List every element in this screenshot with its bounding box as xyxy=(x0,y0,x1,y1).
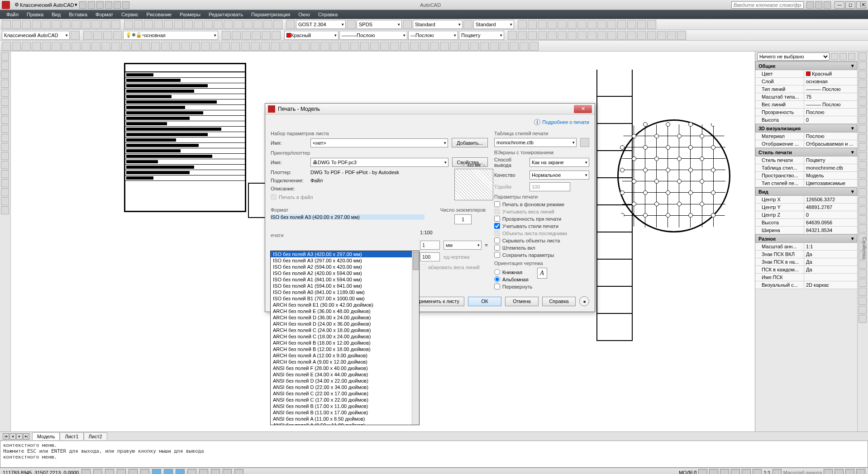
vright-28-icon[interactable] xyxy=(858,306,867,314)
qat-save-icon[interactable] xyxy=(96,1,104,9)
vright-1-icon[interactable] xyxy=(858,62,867,70)
draw-tool-42-icon[interactable] xyxy=(420,42,429,51)
printer-combo[interactable]: 🖶 DWG To PDF.pc3 xyxy=(310,158,448,167)
select-objects-icon[interactable] xyxy=(848,53,855,60)
prop-row[interactable]: Стиль печатиПоцвету xyxy=(755,156,857,164)
dim-tool-3-icon[interactable] xyxy=(548,20,557,29)
std-tool-8-icon[interactable] xyxy=(204,20,213,29)
vdraw-15-icon[interactable] xyxy=(1,188,9,196)
status-toggle-6[interactable] xyxy=(152,469,161,474)
status-end-3-icon[interactable] xyxy=(856,469,865,474)
orient-portrait-radio[interactable]: Книжная xyxy=(494,269,533,275)
modify-tool-2-icon[interactable] xyxy=(528,31,537,40)
unit-1-input[interactable] xyxy=(420,241,440,250)
layout-tab-Модель[interactable]: Модель xyxy=(32,432,60,440)
spds-icon[interactable] xyxy=(347,20,356,29)
std-tool-2-icon[interactable] xyxy=(144,20,153,29)
draw-tool-8-icon[interactable] xyxy=(81,42,91,51)
status-right-4-icon[interactable] xyxy=(742,469,751,474)
vright-0-icon[interactable] xyxy=(858,52,867,61)
paper-option[interactable]: ANSI без полей F (28.00 x 40.00 дюймов) xyxy=(271,365,419,371)
draw-tool-4-icon[interactable] xyxy=(42,42,51,51)
status-right-5-icon[interactable] xyxy=(753,469,762,474)
vright-18-icon[interactable] xyxy=(858,215,867,223)
draw-tool-33-icon[interactable] xyxy=(330,42,339,51)
vright-16-icon[interactable] xyxy=(858,197,867,205)
status-toggle-3[interactable] xyxy=(117,469,126,474)
modify-tool-14-icon[interactable] xyxy=(647,31,656,40)
paper-option[interactable]: ANSI без полей D (22.00 x 34.00 дюймов) xyxy=(271,384,419,390)
vdraw-9-icon[interactable] xyxy=(1,134,9,142)
prop-row[interactable]: Центр Y48891.2787 xyxy=(755,204,857,211)
status-toggle-13[interactable] xyxy=(234,469,243,474)
prop-row[interactable]: Слойосновная xyxy=(755,78,857,85)
draw-tool-34-icon[interactable] xyxy=(340,42,349,51)
prop-row[interactable]: ПСК в каждом...Да xyxy=(755,266,857,274)
layout-tab-Лист1[interactable]: Лист1 xyxy=(60,432,83,440)
vright-11-icon[interactable] xyxy=(858,152,867,160)
paper-option[interactable]: ARCH без полей A (9.00 x 12.00 дюймов) xyxy=(271,359,419,365)
modify-tool-1-icon[interactable] xyxy=(518,31,527,40)
draw-tool-20-icon[interactable] xyxy=(201,42,210,51)
draw-tool-45-icon[interactable] xyxy=(450,42,459,51)
menu-Формат[interactable]: Формат xyxy=(92,11,117,18)
vdraw-2-icon[interactable] xyxy=(1,71,9,79)
dim-tool-1-icon[interactable] xyxy=(528,20,537,29)
dim-tool-10-icon[interactable] xyxy=(617,20,626,29)
std-tool-6-icon[interactable] xyxy=(184,20,193,29)
paper-option[interactable]: ARCH без полей E1 (30.00 x 42.00 дюймов) xyxy=(271,302,419,308)
vdraw-3-icon[interactable] xyxy=(1,80,9,88)
save-icon[interactable] xyxy=(22,20,31,29)
signin-icon[interactable] xyxy=(806,1,814,9)
vright-13-icon[interactable] xyxy=(858,170,867,178)
std-tool-11-icon[interactable] xyxy=(234,20,243,29)
draw-tool-37-icon[interactable] xyxy=(370,42,379,51)
tab-last-icon[interactable]: ▸| xyxy=(23,433,29,440)
draw-tool-46-icon[interactable] xyxy=(460,42,469,51)
draw-tool-27-icon[interactable] xyxy=(271,42,280,51)
vright-3-icon[interactable] xyxy=(858,80,867,88)
anno-icon[interactable] xyxy=(773,469,782,474)
draw-tool-17-icon[interactable] xyxy=(171,42,180,51)
paper-option[interactable]: ARCH без полей C (24.00 x 18.00 дюймов) xyxy=(271,327,419,333)
more-info-link[interactable]: iПодробнее о печати xyxy=(271,119,589,125)
plot-opt-3[interactable]: Учитывать стили печати xyxy=(494,223,589,229)
draw-tool-40-icon[interactable] xyxy=(400,42,409,51)
modify-tool-11-icon[interactable] xyxy=(617,31,626,40)
match-icon[interactable] xyxy=(91,20,100,29)
status-toggle-12[interactable] xyxy=(223,469,232,474)
draw-tool-16-icon[interactable] xyxy=(161,42,170,51)
qat-undo-icon[interactable] xyxy=(105,1,112,9)
dim-tool-5-icon[interactable] xyxy=(568,20,577,29)
qat-redo-icon[interactable] xyxy=(114,1,121,9)
qat-print-icon[interactable] xyxy=(122,1,129,9)
vright-26-icon[interactable] xyxy=(858,288,867,296)
pickadd-icon[interactable] xyxy=(839,53,847,60)
unit-combo[interactable]: мм xyxy=(444,241,482,250)
draw-tool-12-icon[interactable] xyxy=(121,42,130,51)
vdraw-10-icon[interactable] xyxy=(1,143,9,151)
layer-tool-2-icon[interactable] xyxy=(242,31,251,40)
layer-tool-4-icon[interactable] xyxy=(262,31,271,40)
paper-size-dropdown[interactable]: ISO без полей A3 (420.00 x 297.00 мм)ISO… xyxy=(270,251,420,425)
draw-tool-32-icon[interactable] xyxy=(320,42,329,51)
menu-Редактировать[interactable]: Редактировать xyxy=(205,11,247,18)
prop-row[interactable]: Высота64639.0956 xyxy=(755,219,857,227)
vdraw-6-icon[interactable] xyxy=(1,107,9,115)
menu-Окно[interactable]: Окно xyxy=(295,11,314,18)
prop-row[interactable]: Центр X126506.3372 xyxy=(755,196,857,204)
draw-tool-39-icon[interactable] xyxy=(390,42,399,51)
paste-icon[interactable] xyxy=(81,20,91,29)
status-toggle-0[interactable] xyxy=(81,469,91,474)
modify-tool-17-icon[interactable] xyxy=(677,31,686,40)
scale-combo[interactable]: 1:100 xyxy=(420,230,488,239)
orient-flip-check[interactable]: Перевернуть xyxy=(494,284,533,289)
vright-29-icon[interactable] xyxy=(858,315,867,323)
paper-option[interactable]: ISO без полей B1 (707.00 x 1000.00 мм) xyxy=(271,295,419,302)
vdraw-4-icon[interactable] xyxy=(1,89,9,97)
spds-combo[interactable]: SPDS xyxy=(357,20,402,29)
prop-row[interactable]: МатериалПослою xyxy=(755,133,857,140)
draw-tool-2-icon[interactable] xyxy=(22,42,31,51)
apply-to-layout-button[interactable]: рименить к листу xyxy=(414,297,464,306)
app-icon[interactable] xyxy=(2,1,10,9)
